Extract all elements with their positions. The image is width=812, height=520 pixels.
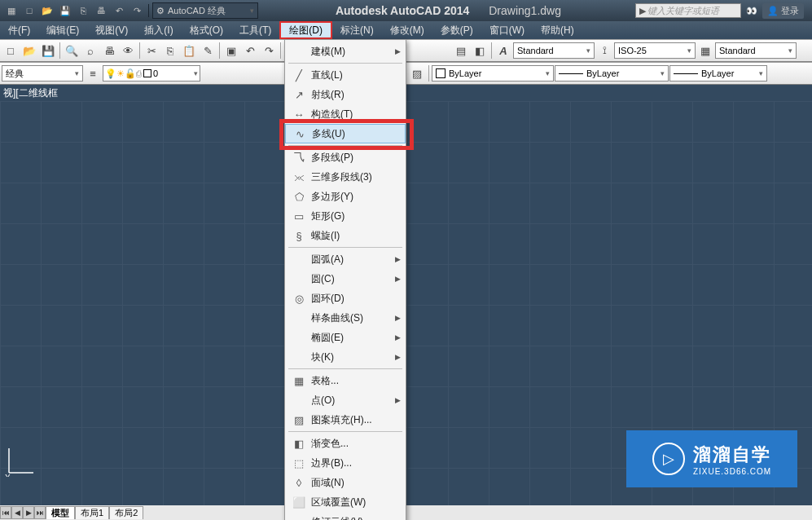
menu-item-polygon[interactable]: ⬠多边形(Y)	[285, 187, 406, 206]
layer-manager-icon[interactable]: ≡	[84, 64, 102, 82]
search-input[interactable]: ▶ 键入关键字或短语	[635, 3, 741, 18]
sun-icon: ☀	[116, 68, 125, 79]
lineweight-combo[interactable]: ByLayer▾	[669, 65, 767, 82]
dim-style-combo[interactable]: ISO-25▾	[614, 42, 696, 59]
tab-model[interactable]: 模型	[46, 506, 75, 519]
redo2-icon[interactable]: ↷	[260, 42, 278, 59]
linetype-combo[interactable]: ByLayer▾	[555, 65, 669, 82]
menu-item-xline[interactable]: ↔构造线(T)	[285, 104, 406, 124]
new-icon[interactable]: □	[21, 2, 37, 19]
save-icon[interactable]: 💾	[57, 2, 73, 19]
donut-icon: ◎	[290, 291, 308, 306]
menu-item-rect[interactable]: ▭矩形(G)	[285, 206, 406, 226]
save-doc-icon[interactable]: 💾	[39, 42, 57, 59]
menu-help[interactable]: 帮助(H)	[533, 21, 582, 39]
menu-item-gradient[interactable]: ◧渐变色...	[285, 434, 406, 453]
menu-file[interactable]: 件(F)	[0, 21, 38, 39]
menu-item-modeling[interactable]: 建模(M)▶	[285, 42, 406, 61]
title-bar: ▦ □ 📂 💾 ⎘ 🖶 ↶ ↷ ⚙ AutoCAD 经典 ▾ Autodesk …	[0, 0, 812, 21]
paste-icon[interactable]: 📋	[180, 42, 198, 59]
menu-draw[interactable]: 绘图(D)	[279, 21, 332, 39]
menu-item-mline[interactable]: ∿多线(U)	[285, 124, 406, 143]
menu-item-hatch[interactable]: ▨图案填充(H)...	[285, 410, 406, 430]
color-combo[interactable]: ByLayer▾	[432, 65, 554, 82]
workspace-combo[interactable]: ⚙ AutoCAD 经典 ▾	[152, 2, 258, 19]
menu-bar: 件(F) 编辑(E) 视图(V) 插入(I) 格式(O) 工具(T) 绘图(D)…	[0, 21, 812, 39]
hatch-icon: ▨	[290, 412, 308, 427]
user-icon: 👤	[767, 6, 779, 15]
saveas-icon[interactable]: ⎘	[75, 2, 91, 19]
textstyle-icon[interactable]: A	[494, 42, 512, 59]
menu-tools[interactable]: 工具(T)	[231, 21, 279, 39]
tab-layout2[interactable]: 布局2	[109, 506, 143, 519]
menu-item-ray[interactable]: ↗射线(R)	[285, 85, 406, 104]
tab-first-icon[interactable]: ⏮	[0, 506, 11, 519]
dimstyle-icon[interactable]: ⟟	[595, 42, 613, 59]
preview-icon[interactable]: 👁	[119, 42, 137, 59]
menu-dimension[interactable]: 标注(N)	[332, 21, 382, 39]
print-icon[interactable]: 🖶	[93, 2, 109, 19]
menu-format[interactable]: 格式(O)	[182, 21, 231, 39]
zoom-window-icon[interactable]: ⌕	[81, 42, 99, 59]
menu-item-helix[interactable]: §螺旋(I)	[285, 226, 406, 245]
polygon-icon: ⬠	[290, 189, 308, 204]
menu-item-line[interactable]: ╱直线(L)	[285, 65, 406, 85]
menu-modify[interactable]: 修改(M)	[382, 21, 432, 39]
menu-item-pline3d[interactable]: ⩙三维多段线(3)	[285, 167, 406, 187]
file-name: Drawing1.dwg	[489, 4, 561, 17]
copy-icon[interactable]: ⎘	[161, 42, 179, 59]
undo2-icon[interactable]: ↶	[241, 42, 259, 59]
menu-param[interactable]: 参数(P)	[432, 21, 481, 39]
menu-item-ellipse[interactable]: 椭圆(E)▶	[285, 328, 406, 347]
wipeout-icon: ⬜	[290, 495, 308, 509]
tab-next-icon[interactable]: ▶	[23, 506, 34, 519]
open-doc-icon[interactable]: 📂	[20, 42, 38, 59]
menu-item-circle[interactable]: 圆(C)▶	[285, 269, 406, 289]
menu-item-block[interactable]: 块(K)▶	[285, 347, 406, 367]
menu-view[interactable]: 视图(V)	[87, 21, 136, 39]
menu-item-pline[interactable]: ⺄多段线(P)	[285, 148, 406, 167]
menu-edit[interactable]: 编辑(E)	[38, 21, 87, 39]
zoom-extents-icon[interactable]: 🔍	[63, 42, 81, 59]
layer-iso-icon[interactable]: ▤	[452, 42, 470, 59]
binoculars-icon[interactable]: 👀	[746, 6, 757, 16]
menu-item-arc[interactable]: 圆弧(A)▶	[285, 249, 406, 269]
menu-item-table[interactable]: ▦表格...	[285, 371, 406, 390]
tablestyle-icon[interactable]: ▦	[696, 42, 714, 59]
match-icon[interactable]: ✎	[199, 42, 217, 59]
menu-item-donut[interactable]: ◎圆环(D)	[285, 289, 406, 308]
xline-icon: ↔	[290, 107, 308, 121]
play-circle-icon: ▷	[652, 443, 685, 475]
menu-window[interactable]: 窗口(W)	[481, 21, 533, 39]
layer-prev-icon[interactable]: ◧	[471, 42, 489, 59]
layer-combo[interactable]: 💡 ☀ 🔓 ⎙ 0 ▾	[103, 65, 200, 82]
menu-item-spline[interactable]: 样条曲线(S)▶	[285, 308, 406, 328]
menu-item-region[interactable]: ◊面域(N)	[285, 473, 406, 492]
tab-prev-icon[interactable]: ◀	[11, 506, 23, 519]
redo-icon[interactable]: ↷	[129, 2, 145, 19]
table-style-combo[interactable]: Standard▾	[715, 42, 797, 59]
cut-icon[interactable]: ✂	[143, 42, 160, 59]
classic-combo[interactable]: 经典▾	[2, 65, 83, 82]
undo-icon[interactable]: ↶	[111, 2, 127, 19]
menu-item-wipeout[interactable]: ⬜区域覆盖(W)	[285, 492, 406, 512]
menu-insert[interactable]: 插入(I)	[136, 21, 181, 39]
layer-match-icon[interactable]: ▨	[408, 64, 426, 82]
boundary-icon: ⬚	[290, 456, 308, 470]
app-menu-icon[interactable]: ▦	[3, 2, 20, 19]
menu-item-boundary[interactable]: ⬚边界(B)...	[285, 453, 406, 473]
text-style-combo[interactable]: Standard▾	[513, 42, 595, 59]
menu-item-point[interactable]: 点(O)▶	[285, 390, 406, 410]
table-icon: ▦	[290, 373, 308, 388]
new-doc-icon[interactable]: □	[2, 42, 20, 59]
login-button[interactable]: 👤 登录	[762, 3, 804, 19]
plot-icon[interactable]: 🖶	[100, 42, 118, 59]
block-icon[interactable]: ▣	[222, 42, 240, 59]
region-icon: ◊	[290, 475, 308, 490]
tab-layout1[interactable]: 布局1	[75, 506, 109, 519]
tab-last-icon[interactable]: ⏭	[34, 506, 46, 519]
gear-icon: ⚙	[156, 6, 165, 16]
menu-item-revcloud[interactable]: ☁修订云线(V)	[285, 512, 406, 520]
open-icon[interactable]: 📂	[39, 2, 55, 19]
pline-icon: ⺄	[290, 150, 308, 165]
